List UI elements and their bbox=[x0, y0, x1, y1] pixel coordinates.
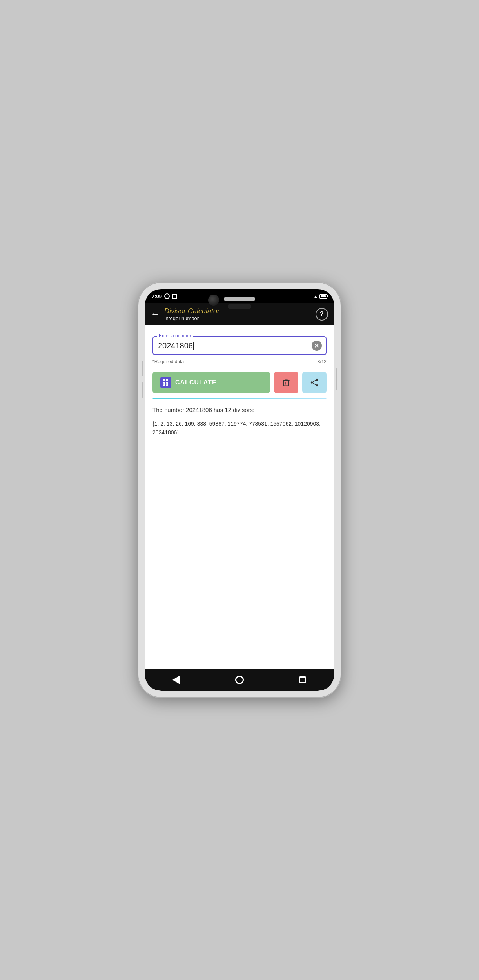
sensor bbox=[228, 304, 251, 309]
result-divisors: {1, 2, 13, 26, 169, 338, 59887, 119774, … bbox=[152, 419, 327, 437]
nav-recents-button[interactable] bbox=[297, 674, 308, 685]
text-cursor bbox=[193, 342, 194, 350]
app-title-group: Divisor Calculator Integer number bbox=[164, 307, 311, 321]
power-button[interactable] bbox=[336, 368, 337, 390]
signal-icon: ▲ bbox=[314, 294, 318, 299]
speaker bbox=[224, 297, 255, 301]
nav-back-button[interactable] bbox=[171, 674, 182, 685]
status-time: 7:09 bbox=[152, 293, 162, 299]
app-subtitle: Integer number bbox=[164, 315, 311, 321]
phone-frame: 7:09 ▲ ← Divisor Calculator Integer numb… bbox=[138, 282, 341, 698]
input-meta: *Required data 8/12 bbox=[152, 359, 327, 364]
status-right: ▲ bbox=[314, 294, 327, 299]
svg-point-5 bbox=[316, 379, 318, 381]
battery-icon bbox=[319, 294, 327, 299]
calculator-icon bbox=[160, 377, 171, 388]
input-label: Enter a number bbox=[157, 333, 193, 339]
svg-rect-0 bbox=[285, 379, 288, 379]
input-text: 20241806 bbox=[158, 341, 193, 350]
back-button[interactable]: ← bbox=[151, 310, 160, 319]
svg-point-6 bbox=[311, 381, 313, 383]
input-wrapper: Enter a number 20241806 bbox=[152, 336, 327, 355]
status-bar: 7:09 ▲ bbox=[145, 289, 334, 303]
result-divider bbox=[152, 398, 327, 399]
calculator-grid-icon bbox=[162, 377, 170, 388]
svg-rect-2 bbox=[284, 381, 289, 386]
action-buttons: CALCULATE bbox=[152, 372, 327, 393]
phone-screen: 7:09 ▲ ← Divisor Calculator Integer numb… bbox=[145, 289, 334, 691]
nav-home-icon bbox=[235, 676, 244, 684]
char-count: 8/12 bbox=[318, 359, 327, 364]
required-text: *Required data bbox=[152, 359, 184, 364]
nav-back-icon bbox=[172, 675, 180, 685]
main-content: Enter a number 20241806 *Required data 8… bbox=[145, 325, 334, 669]
help-button[interactable]: ? bbox=[316, 308, 328, 321]
nav-home-button[interactable] bbox=[234, 674, 245, 685]
volume-up-button[interactable] bbox=[142, 361, 143, 376]
status-left: 7:09 bbox=[152, 293, 177, 299]
share-icon bbox=[309, 377, 319, 388]
input-value: 20241806 bbox=[158, 340, 308, 351]
number-input-container[interactable]: Enter a number 20241806 bbox=[152, 336, 327, 355]
delete-button[interactable] bbox=[274, 372, 298, 393]
calculate-label: CALCULATE bbox=[175, 379, 217, 386]
volume-down-button[interactable] bbox=[142, 382, 143, 398]
trash-icon bbox=[281, 377, 291, 388]
wallet-icon bbox=[164, 293, 170, 299]
svg-line-9 bbox=[313, 383, 316, 385]
bottom-nav bbox=[145, 669, 334, 691]
svg-line-8 bbox=[313, 380, 316, 382]
notification-icon bbox=[172, 294, 177, 299]
camera bbox=[208, 295, 219, 306]
result-summary: The number 20241806 has 12 divisors: bbox=[152, 406, 327, 415]
clear-button[interactable] bbox=[312, 341, 322, 351]
share-button[interactable] bbox=[302, 372, 327, 393]
svg-point-7 bbox=[316, 384, 318, 386]
calculate-button[interactable]: CALCULATE bbox=[152, 372, 270, 393]
nav-recents-icon bbox=[299, 676, 306, 683]
